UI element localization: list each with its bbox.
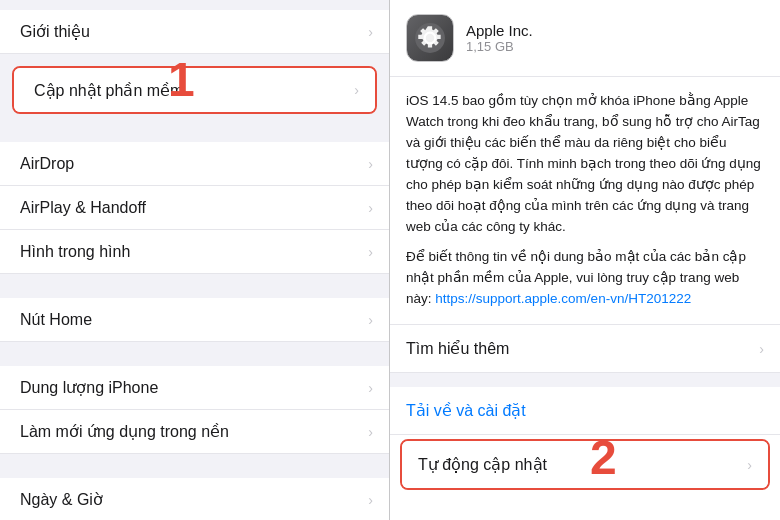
chevron-icon: › [747,457,752,473]
left-panel: Giới thiệu › Cập nhật phần mềm › AirDrop… [0,0,390,520]
chevron-icon: › [368,244,373,260]
chevron-icon: › [368,492,373,508]
right-panel: Apple Inc. 1,15 GB iOS 14.5 bao gồm tùy … [390,0,780,520]
description-block: iOS 14.5 bao gồm tùy chọn mở khóa iPhone… [390,77,780,325]
chevron-icon: › [368,424,373,440]
highlighted-tu-dong: Tự động cập nhật › [400,439,770,490]
gap [0,454,389,478]
app-size: 1,15 GB [466,39,764,54]
chevron-icon: › [354,82,359,98]
right-menu-tu-dong-cap-nhat[interactable]: Tự động cập nhật › [402,441,768,488]
chevron-icon: › [368,200,373,216]
chevron-icon: › [368,380,373,396]
app-icon [406,14,454,62]
sidebar-item-airplay-handoff[interactable]: AirPlay & Handoff › [0,186,389,230]
highlighted-cap-nhat: Cập nhật phần mềm › [12,66,377,114]
sidebar-item-hinh-trong-hinh[interactable]: Hình trong hình › [0,230,389,274]
sidebar-item-dung-luong[interactable]: Dung lượng iPhone › [0,366,389,410]
app-info: Apple Inc. 1,15 GB [466,22,764,54]
support-link[interactable]: https://support.apple.com/en-vn/HT201222 [435,291,691,306]
sidebar-item-cap-nhat-phan-mem[interactable]: Cập nhật phần mềm › [14,68,375,112]
app-header: Apple Inc. 1,15 GB [390,0,780,77]
gap [0,342,389,366]
right-menu-tai-ve[interactable]: Tải về và cài đặt [390,387,780,435]
sidebar-item-gioi-thieu[interactable]: Giới thiệu › [0,10,389,54]
sidebar-item-airdrop[interactable]: AirDrop › [0,142,389,186]
chevron-icon: › [368,156,373,172]
description-text: iOS 14.5 bao gồm tùy chọn mở khóa iPhone… [406,91,764,237]
gap [0,54,389,62]
sidebar-item-lam-moi[interactable]: Làm mới ứng dụng trong nền › [0,410,389,454]
right-menu-tim-hieu-them[interactable]: Tìm hiểu thêm › [390,325,780,373]
chevron-icon: › [759,341,764,357]
section-divider [390,373,780,387]
sidebar-item-ngay-gio[interactable]: Ngày & Giờ › [0,478,389,520]
chevron-icon: › [368,312,373,328]
sidebar-item-nut-home[interactable]: Nút Home › [0,298,389,342]
gap [0,118,389,142]
gap [0,274,389,298]
app-developer-name: Apple Inc. [466,22,764,39]
description-text-2: Để biết thông tin về nội dung bảo mật củ… [406,247,764,310]
chevron-icon: › [368,24,373,40]
